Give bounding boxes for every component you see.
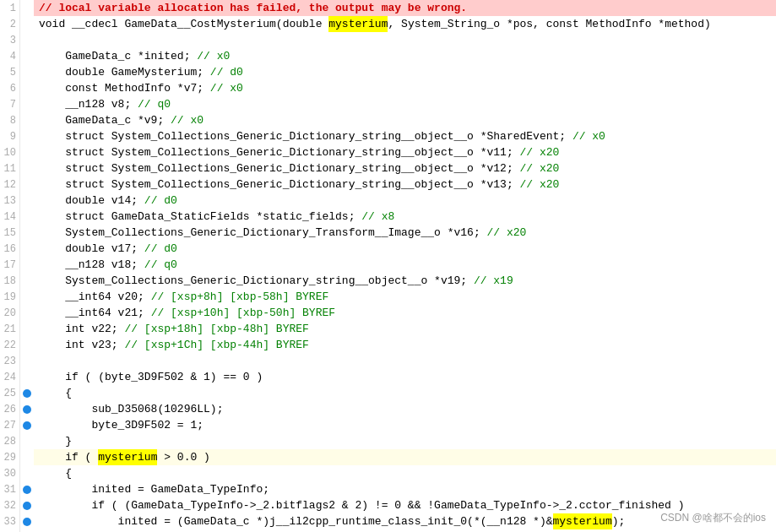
line-number: 4	[0, 48, 19, 64]
inline-comment: // x0	[210, 80, 243, 96]
code-text: System_Collections_Generic_Dictionary_st…	[39, 273, 474, 289]
breakpoint-cell[interactable]	[20, 0, 34, 16]
breakpoint-cell[interactable]	[20, 465, 34, 481]
line-number: 5	[0, 64, 19, 80]
code-text: __int64 v21;	[39, 305, 151, 321]
line-number: 31	[0, 481, 19, 497]
breakpoint-cell[interactable]	[20, 353, 34, 369]
breakpoint-cell[interactable]	[20, 144, 34, 160]
line-number: 6	[0, 80, 19, 96]
code-text: inited = (GameData_c *)j__il2cpp_runtime…	[39, 513, 553, 529]
code-line: sub_D35068(10296LL);	[34, 401, 776, 417]
code-line: {	[34, 465, 776, 481]
code-line: int v22; // [xsp+18h] [xbp-48h] BYREF	[34, 321, 776, 337]
code-text: byte_3D9F502 = 1;	[39, 417, 203, 433]
line-number: 24	[0, 369, 19, 385]
breakpoint-cell[interactable]	[20, 96, 34, 112]
breakpoint-cell[interactable]	[20, 176, 34, 193]
breakpoint-cell[interactable]	[20, 417, 34, 433]
code-lines: // local variable allocation has failed,…	[34, 0, 776, 532]
breakpoint-cell[interactable]	[20, 112, 34, 128]
line-number: 26	[0, 401, 19, 417]
breakpoint-cell[interactable]	[20, 48, 34, 64]
breakpoint-cell[interactable]	[20, 401, 34, 417]
line-number: 14	[0, 209, 19, 225]
code-text: if ( (byte_3D9F502 & 1) == 0 )	[39, 369, 263, 385]
line-number: 21	[0, 321, 19, 337]
breakpoint-cell[interactable]	[20, 160, 34, 176]
breakpoint-cell[interactable]	[20, 257, 34, 273]
line-number: 20	[0, 305, 19, 321]
breakpoint-cell[interactable]	[20, 305, 34, 321]
line-number: 33	[0, 513, 19, 529]
breakpoint-cell[interactable]	[20, 289, 34, 305]
inline-comment: // d0	[210, 64, 243, 80]
breakpoint-cell[interactable]	[20, 369, 34, 385]
line-number: 29	[0, 449, 19, 465]
code-text: if (	[39, 449, 98, 465]
breakpoint-cell[interactable]	[20, 209, 34, 225]
line-number: 11	[0, 160, 19, 176]
breakpoint-cell[interactable]	[20, 449, 34, 465]
code-text: struct System_Collections_Generic_Dictio…	[39, 160, 520, 176]
inline-comment: // x19	[474, 273, 513, 289]
line-number: 12	[0, 176, 19, 193]
line-number: 9	[0, 128, 19, 144]
inline-comment: // x20	[487, 225, 527, 241]
breakpoint-cell[interactable]	[20, 241, 34, 257]
line-number: 17	[0, 257, 19, 273]
breakpoint-dot	[23, 486, 31, 494]
breakpoint-cell[interactable]	[20, 32, 34, 48]
line-number: 3	[0, 32, 19, 48]
code-text: double v14;	[39, 193, 144, 209]
code-line: System_Collections_Generic_Dictionary_st…	[34, 273, 776, 289]
code-line: struct System_Collections_Generic_Dictio…	[34, 144, 776, 160]
comment: // local variable allocation has failed,…	[39, 0, 467, 16]
line-number: 30	[0, 465, 19, 481]
line-number: 7	[0, 96, 19, 112]
breakpoint-cell[interactable]	[20, 128, 34, 144]
breakpoint-cell[interactable]	[20, 80, 34, 96]
line-number: 13	[0, 193, 19, 209]
breakpoint-dot	[23, 421, 31, 430]
highlight-span: mysterium	[553, 513, 612, 529]
code-text: __int64 v20;	[39, 289, 151, 305]
code-line: GameData_c *inited; // x0	[34, 48, 776, 64]
breakpoint-cell[interactable]	[20, 16, 34, 32]
highlight-span: mysterium	[328, 16, 388, 32]
code-line: void __cdecl GameData__CostMysterium(dou…	[34, 16, 776, 32]
breakpoint-cell[interactable]	[20, 497, 34, 513]
breakpoint-cell[interactable]	[20, 64, 34, 80]
code-line: GameData_c *v9; // x0	[34, 112, 776, 128]
breakpoint-cell[interactable]	[20, 513, 34, 529]
code-text: GameData_c *inited;	[39, 48, 197, 64]
inline-comment: // q0	[138, 96, 171, 112]
breakpoint-cell[interactable]	[20, 273, 34, 289]
line-number: 19	[0, 289, 19, 305]
code-text: }	[39, 433, 72, 449]
code-text: );	[612, 513, 626, 529]
code-text: struct System_Collections_Generic_Dictio…	[39, 144, 520, 160]
line-number: 10	[0, 144, 19, 160]
line-number: 15	[0, 225, 19, 241]
breakpoint-column	[20, 0, 34, 532]
code-line: if ( mysterium > 0.0 )	[34, 449, 776, 465]
line-number: 25	[0, 385, 19, 401]
highlight-span: mysterium	[98, 449, 157, 465]
breakpoint-cell[interactable]	[20, 481, 34, 497]
code-text: GameData_c *v9;	[39, 112, 171, 128]
breakpoint-cell[interactable]	[20, 385, 34, 401]
inline-comment: // x0	[171, 112, 203, 128]
breakpoint-dot	[23, 405, 31, 414]
breakpoint-cell[interactable]	[20, 433, 34, 449]
breakpoint-cell[interactable]	[20, 193, 34, 209]
code-line: byte_3D9F502 = 1;	[34, 417, 776, 433]
code-line: struct GameData_StaticFields *static_fie…	[34, 209, 776, 225]
code-line: struct System_Collections_Generic_Dictio…	[34, 160, 776, 176]
line-number: 23	[0, 353, 19, 369]
breakpoint-cell[interactable]	[20, 225, 34, 241]
breakpoint-dot	[23, 389, 31, 398]
breakpoint-cell[interactable]	[20, 321, 34, 337]
inline-comment: // [xsp+18h] [xbp-48h] BYREF	[124, 321, 308, 337]
breakpoint-cell[interactable]	[20, 337, 34, 353]
